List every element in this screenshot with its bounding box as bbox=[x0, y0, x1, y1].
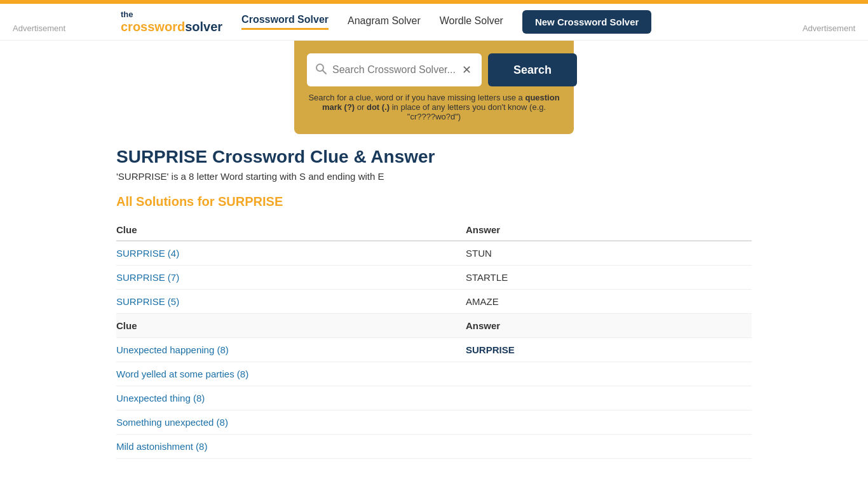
search-input-wrapper: ✕ bbox=[307, 53, 482, 86]
answer-cell: AMAZE bbox=[466, 290, 752, 314]
search-icon bbox=[315, 62, 327, 78]
answer-cell bbox=[466, 410, 752, 435]
ad-right-label: Advertisement bbox=[803, 24, 855, 33]
table-row: SURPRISE (7)STARTLE bbox=[116, 266, 752, 290]
answer-cell: STUN bbox=[466, 241, 752, 266]
main-content: SURPRISE Crossword Clue & Answer 'SURPRI… bbox=[104, 134, 764, 488]
table-row: Word yelled at some parties (8) bbox=[116, 362, 752, 386]
logo-solver-text: solver bbox=[185, 20, 222, 34]
answer-cell bbox=[466, 362, 752, 386]
clue-cell[interactable]: SURPRISE (4) bbox=[116, 241, 466, 266]
clue-cell[interactable]: Unexpected thing (8) bbox=[116, 386, 466, 410]
table-subheader: Clue Answer bbox=[116, 314, 752, 338]
ad-bottom: Advertisement bbox=[116, 478, 752, 488]
header: Advertisement the crosswordsolver Crossw… bbox=[0, 4, 868, 41]
logo[interactable]: the crosswordsolver bbox=[121, 10, 222, 33]
search-hint: Search for a clue, word or if you have m… bbox=[307, 93, 561, 121]
svg-line-1 bbox=[323, 70, 327, 74]
search-area: ✕ Search Search for a clue, word or if y… bbox=[294, 41, 574, 134]
clear-button[interactable]: ✕ bbox=[459, 60, 474, 79]
main-nav: Crossword Solver Anagram Solver Wordle S… bbox=[241, 10, 747, 34]
ad-side-left bbox=[0, 134, 89, 147]
answer-cell bbox=[466, 435, 752, 459]
logo-the: the bbox=[121, 10, 222, 19]
nav-wordle-solver[interactable]: Wordle Solver bbox=[440, 15, 503, 29]
new-crossword-solver-button[interactable]: New Crossword Solver bbox=[522, 10, 651, 34]
search-button[interactable]: Search bbox=[488, 53, 577, 86]
nav-anagram-solver[interactable]: Anagram Solver bbox=[348, 15, 421, 29]
solutions-heading: All Solutions for SURPRISE bbox=[116, 194, 752, 209]
table-row: Something unexpected (8) bbox=[116, 410, 752, 435]
ad-left-label: Advertisement bbox=[13, 24, 65, 33]
search-input[interactable] bbox=[332, 64, 459, 76]
nav-crossword-solver[interactable]: Crossword Solver bbox=[241, 14, 329, 30]
answer-cell bbox=[466, 386, 752, 410]
clue-header: Clue bbox=[116, 219, 466, 241]
clue-cell[interactable]: SURPRISE (5) bbox=[116, 290, 466, 314]
table-row: Unexpected happening (8)SURPRISE bbox=[116, 338, 752, 362]
page-subtitle: 'SURPRISE' is a 8 letter Word starting w… bbox=[116, 171, 752, 182]
clue-cell[interactable]: SURPRISE (7) bbox=[116, 266, 466, 290]
answer-cell: STARTLE bbox=[466, 266, 752, 290]
table-row: Mild astonishment (8) bbox=[116, 435, 752, 459]
page-title: SURPRISE Crossword Clue & Answer bbox=[116, 147, 752, 167]
clue-cell[interactable]: Word yelled at some parties (8) bbox=[116, 362, 466, 386]
content-center: SURPRISE Crossword Clue & Answer 'SURPRI… bbox=[89, 134, 779, 488]
logo-crossword: crossword bbox=[121, 20, 185, 34]
answer-header-2: Answer bbox=[466, 314, 752, 338]
layout-outer: SURPRISE Crossword Clue & Answer 'SURPRI… bbox=[0, 134, 868, 488]
table-row: SURPRISE (5)AMAZE bbox=[116, 290, 752, 314]
ad-side-right bbox=[779, 134, 868, 147]
clue-cell[interactable]: Mild astonishment (8) bbox=[116, 435, 466, 459]
clue-cell[interactable]: Unexpected happening (8) bbox=[116, 338, 466, 362]
table-row: SURPRISE (4)STUN bbox=[116, 241, 752, 266]
results-table: Clue Answer SURPRISE (4)STUNSURPRISE (7)… bbox=[116, 219, 752, 459]
table-row: Unexpected thing (8) bbox=[116, 386, 752, 410]
clue-cell[interactable]: Something unexpected (8) bbox=[116, 410, 466, 435]
answer-header: Answer bbox=[466, 219, 752, 241]
answer-cell: SURPRISE bbox=[466, 338, 752, 362]
search-row: ✕ Search bbox=[307, 53, 561, 86]
clue-header-2: Clue bbox=[116, 314, 466, 338]
